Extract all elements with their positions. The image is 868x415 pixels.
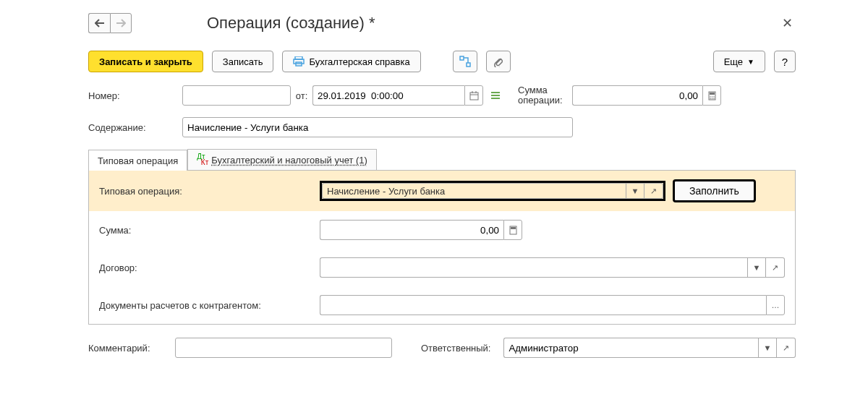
svg-point-17: [710, 98, 711, 99]
calendar-button[interactable]: [464, 85, 483, 106]
responsible-dropdown[interactable]: ▼: [758, 338, 777, 358]
tabs: Типовая операция Дт Кт Бухгалтерский и н…: [88, 149, 796, 170]
comment-label: Комментарий:: [88, 343, 168, 354]
content-input[interactable]: [182, 117, 573, 137]
svg-rect-5: [470, 93, 478, 100]
svg-point-19: [713, 98, 715, 99]
dropdown-button[interactable]: ▼: [626, 183, 644, 199]
calculator-icon: [708, 91, 716, 100]
list-icon[interactable]: [486, 85, 505, 106]
number-label: Номер:: [88, 90, 182, 101]
typical-op-label: Типовая операция:: [99, 186, 320, 197]
typical-op-input[interactable]: Начисление - Услуги банка: [322, 183, 626, 199]
help-button[interactable]: ?: [774, 51, 796, 72]
printer-icon: [293, 56, 305, 67]
responsible-open[interactable]: ↗: [777, 338, 796, 358]
date-input[interactable]: [312, 85, 464, 106]
more-label: Еще: [724, 56, 743, 67]
svg-point-14: [710, 96, 711, 98]
svg-rect-1: [294, 59, 304, 64]
nav-buttons: [88, 13, 132, 33]
structure-icon: [459, 56, 471, 67]
panel-calc-button[interactable]: [503, 220, 522, 240]
panel-sum-label: Сумма:: [99, 225, 320, 236]
chevron-down-icon: ▼: [631, 187, 639, 195]
open-icon: ↗: [650, 187, 657, 196]
structure-button[interactable]: [453, 51, 477, 72]
chevron-down-icon: ▼: [747, 58, 754, 66]
save-button[interactable]: Записать: [212, 51, 274, 72]
panel: Типовая операция: Начисление - Услуги ба…: [88, 170, 796, 325]
close-icon[interactable]: ✕: [779, 15, 796, 31]
chevron-down-icon: ▼: [753, 263, 761, 272]
report-button[interactable]: Бухгалтерская справка: [282, 51, 420, 72]
svg-rect-21: [511, 227, 516, 229]
number-input[interactable]: [182, 85, 291, 106]
fill-button[interactable]: Заполнить: [673, 179, 756, 202]
chevron-down-icon: ▼: [764, 343, 772, 352]
more-button[interactable]: Еще ▼: [713, 51, 765, 72]
svg-point-15: [711, 96, 712, 98]
svg-rect-4: [467, 63, 470, 67]
svg-rect-13: [710, 93, 715, 95]
contract-open[interactable]: ↗: [766, 257, 785, 278]
docs-more[interactable]: …: [766, 295, 785, 315]
svg-rect-3: [460, 56, 464, 60]
ellipsis-icon: …: [772, 301, 780, 309]
tab-accounting[interactable]: Дт Кт Бухгалтерский и налоговый учет (1): [187, 149, 377, 170]
svg-point-18: [711, 98, 712, 99]
tab-typical[interactable]: Типовая операция: [88, 150, 187, 171]
toolbar: Записать и закрыть Записать Бухгалтерска…: [88, 51, 796, 72]
attach-button[interactable]: [486, 51, 511, 72]
back-button[interactable]: [88, 13, 110, 33]
calculator-icon: [509, 226, 517, 235]
calculator-button[interactable]: [702, 85, 721, 106]
save-close-button[interactable]: Записать и закрыть: [88, 51, 203, 72]
sum-label: Сумма операции:: [518, 85, 572, 106]
open-button[interactable]: ↗: [644, 183, 663, 199]
docs-input[interactable]: [320, 295, 766, 315]
open-icon: ↗: [772, 263, 778, 273]
responsible-label: Ответственный:: [421, 343, 490, 354]
dt-kt-icon: Дт Кт: [197, 154, 208, 166]
page-title: Операция (создание) *: [207, 14, 375, 33]
paperclip-icon: [493, 56, 503, 67]
forward-button[interactable]: [110, 13, 132, 33]
svg-point-16: [713, 96, 715, 98]
contract-label: Договор:: [99, 262, 320, 273]
content-label: Содержание:: [88, 122, 182, 133]
contract-dropdown[interactable]: ▼: [747, 257, 766, 278]
calendar-icon: [469, 91, 479, 100]
open-icon: ↗: [783, 343, 789, 353]
docs-label: Документы расчетов с контрагентом:: [99, 300, 320, 311]
responsible-input[interactable]: [503, 338, 758, 358]
tab-typical-label: Типовая операция: [98, 155, 178, 166]
report-button-label: Бухгалтерская справка: [309, 56, 409, 67]
contract-input[interactable]: [320, 257, 747, 278]
comment-input[interactable]: [175, 338, 392, 358]
panel-sum-input[interactable]: [320, 220, 503, 240]
from-label: от:: [291, 90, 312, 101]
tab-accounting-label: Бухгалтерский и налоговый учет (1): [211, 155, 367, 166]
sum-input[interactable]: [572, 85, 702, 106]
